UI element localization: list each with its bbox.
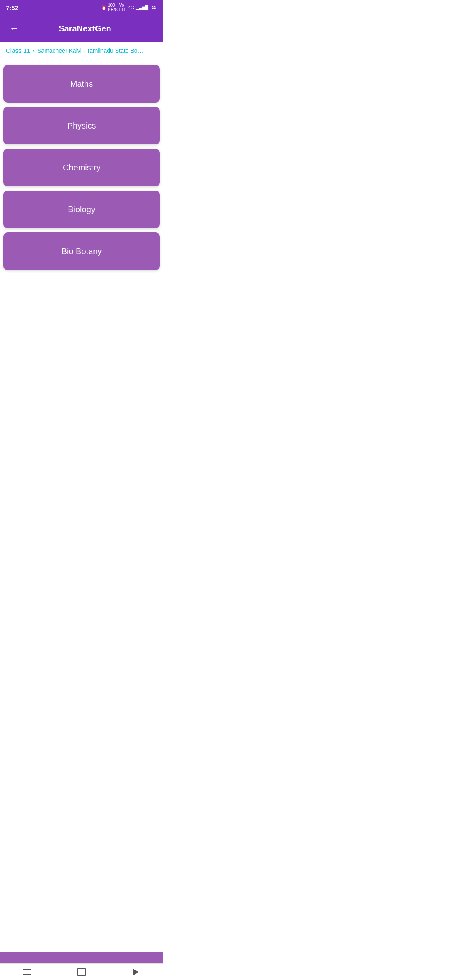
battery-indicator: 22 <box>150 5 157 10</box>
subject-label-3: Chemistry <box>63 163 100 173</box>
subject-card-physics[interactable]: Physics <box>3 107 160 144</box>
breadcrumb-current-path: Samacheer Kalvi - Tamilnadu State Board … <box>37 47 146 54</box>
subject-list: MathsPhysicsChemistryBiologyBio Botany <box>0 59 163 276</box>
subject-label-1: Maths <box>70 79 93 89</box>
subject-card-maths[interactable]: Maths <box>3 65 160 103</box>
app-header: ← SaraNextGen <box>0 15 163 42</box>
subject-label-2: Physics <box>67 121 96 131</box>
status-time: 7:52 <box>6 4 18 11</box>
subject-label-4: Biology <box>68 205 95 214</box>
back-button[interactable]: ← <box>7 21 22 36</box>
breadcrumb-class[interactable]: Class 11 <box>6 47 30 54</box>
subject-card-biology[interactable]: Biology <box>3 191 160 228</box>
alarm-icon: ⏰ <box>101 5 106 10</box>
chevron-icon: › <box>33 47 35 54</box>
signal-bars: ▂▄▆█ <box>136 5 148 10</box>
status-bar: 7:52 ⏰ 109KB/S VoLTE 4G ▂▄▆█ 22 <box>0 0 163 15</box>
status-icons: ⏰ 109KB/S VoLTE 4G ▂▄▆█ 22 <box>101 3 157 12</box>
subject-card-chemistry[interactable]: Chemistry <box>3 149 160 186</box>
volte-icon: VoLTE <box>119 3 127 12</box>
breadcrumb: Class 11 › Samacheer Kalvi - Tamilnadu S… <box>0 42 163 59</box>
header-title: SaraNextGen <box>28 24 141 34</box>
back-arrow-icon: ← <box>10 23 19 34</box>
subject-card-bio-botany[interactable]: Bio Botany <box>3 232 160 270</box>
subject-label-5: Bio Botany <box>62 247 102 256</box>
signal-4g: 4G <box>128 5 134 10</box>
network-speed: 109KB/S <box>108 3 118 12</box>
